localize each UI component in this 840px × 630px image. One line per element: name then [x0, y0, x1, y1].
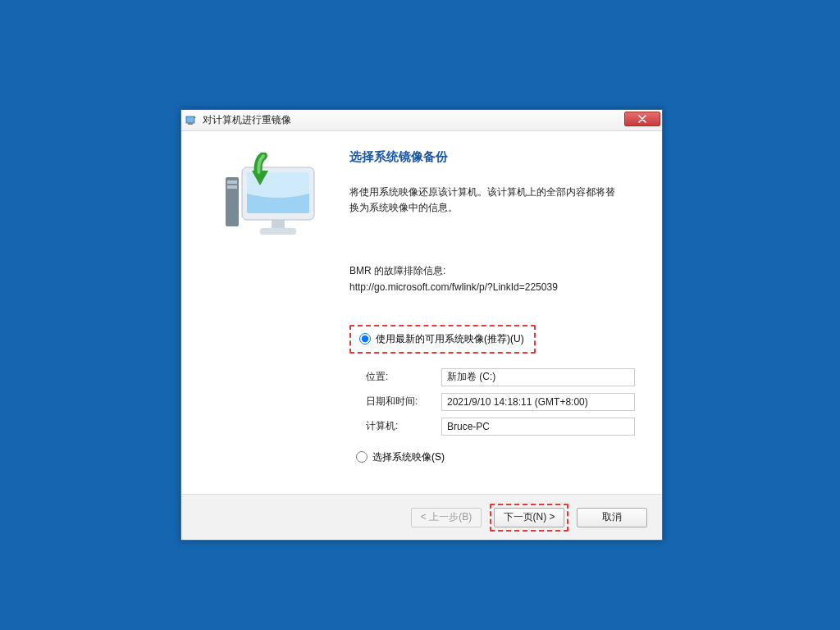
reimage-wizard-window: 对计算机进行重镜像 — [180, 109, 663, 541]
svg-rect-7 — [272, 220, 285, 228]
radio-select-image-label: 选择系统映像(S) — [372, 450, 445, 464]
main-area: 选择系统镜像备份 将使用系统映像还原该计算机。该计算机上的全部内容都将替 换为系… — [181, 131, 662, 494]
radio-select-image[interactable]: 选择系统映像(S) — [351, 447, 642, 468]
svg-rect-2 — [226, 177, 239, 226]
next-button[interactable]: 下一页(N) > — [494, 508, 564, 527]
cancel-button[interactable]: 取消 — [577, 508, 647, 527]
bmr-link[interactable]: http://go.microsoft.com/fwlink/p/?LinkId… — [349, 281, 558, 293]
computer-label: 计算机: — [366, 419, 441, 433]
computer-value: Bruce-PC — [441, 418, 635, 436]
footer-buttons: < 上一步(B) 下一页(N) > 取消 — [181, 494, 662, 540]
svg-rect-3 — [227, 180, 237, 184]
row-datetime: 日期和时间: 2021/9/10 14:18:11 (GMT+8:00) — [366, 393, 642, 411]
bmr-label: BMR 的故障排除信息: — [349, 265, 445, 276]
close-button[interactable] — [624, 112, 660, 126]
right-column: 选择系统镜像备份 将使用系统映像还原该计算机。该计算机上的全部内容都将替 换为系… — [349, 146, 642, 486]
restore-illustration — [217, 153, 324, 243]
titlebar: 对计算机进行重镜像 — [181, 110, 662, 131]
row-computer: 计算机: Bruce-PC — [366, 418, 642, 436]
description-text: 将使用系统映像还原该计算机。该计算机上的全部内容都将替 换为系统映像中的信息。 — [349, 185, 642, 216]
radio-use-latest-input[interactable] — [359, 333, 371, 345]
window-title: 对计算机进行重镜像 — [203, 113, 291, 127]
radio-use-latest-label: 使用最新的可用系统映像(推荐)(U) — [376, 332, 524, 346]
bmr-info: BMR 的故障排除信息: http://go.microsoft.com/fwl… — [349, 263, 642, 294]
row-location: 位置: 新加卷 (C:) — [366, 368, 642, 386]
image-info-grid: 位置: 新加卷 (C:) 日期和时间: 2021/9/10 14:18:11 (… — [366, 368, 642, 436]
location-value: 新加卷 (C:) — [441, 368, 635, 386]
radio-latest-highlight: 使用最新的可用系统映像(推荐)(U) — [349, 325, 536, 354]
page-heading: 选择系统镜像备份 — [349, 149, 642, 165]
radio-select-image-input[interactable] — [356, 451, 368, 463]
radio-use-latest[interactable]: 使用最新的可用系统映像(推荐)(U) — [354, 329, 529, 349]
datetime-value: 2021/9/10 14:18:11 (GMT+8:00) — [441, 393, 635, 411]
app-icon — [185, 114, 198, 127]
content-area: 选择系统镜像备份 将使用系统映像还原该计算机。该计算机上的全部内容都将替 换为系… — [181, 131, 662, 540]
svg-rect-0 — [186, 116, 194, 123]
svg-rect-1 — [188, 123, 193, 125]
next-button-highlight: 下一页(N) > — [490, 504, 568, 532]
svg-rect-8 — [260, 228, 296, 235]
svg-rect-4 — [227, 185, 237, 189]
location-label: 位置: — [366, 370, 441, 384]
back-button: < 上一步(B) — [411, 508, 482, 527]
datetime-label: 日期和时间: — [366, 395, 441, 409]
left-column — [198, 146, 349, 486]
